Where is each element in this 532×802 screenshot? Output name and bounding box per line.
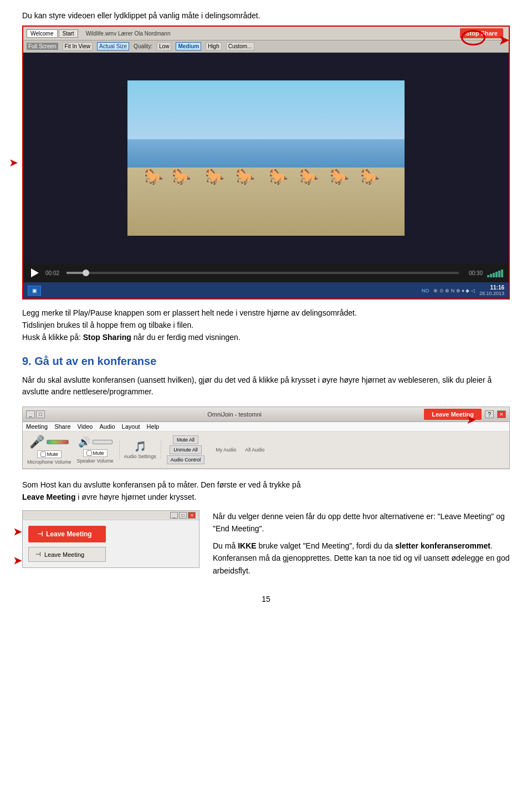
win-maximize-btn[interactable]: □	[36, 410, 45, 418]
quality-custom-btn[interactable]: Custom...	[226, 42, 254, 50]
play-arrow-annotation: ➤	[9, 156, 18, 169]
leave-meeting-btn-label: Leave Meeting	[46, 530, 92, 538]
omnijoin-menubar: Meeting Share Video Audio Layout Help	[23, 422, 509, 432]
mute-speaker-checkbox[interactable]	[86, 450, 92, 456]
unmute-all-btn[interactable]: Unmute All	[170, 445, 202, 454]
status-icon: ▣	[32, 288, 37, 293]
leave-win-minimize[interactable]: _	[170, 512, 178, 519]
video-tabs: Welcome Start	[27, 29, 78, 38]
speaker-icon-row: 🔊	[78, 436, 112, 448]
horse2: 🐎	[172, 167, 191, 186]
horse3: 🐎	[205, 167, 224, 186]
fit-in-view-btn[interactable]: Fit In View	[63, 42, 93, 50]
volume-bar	[487, 268, 503, 277]
speaker-icon: 🔊	[78, 436, 90, 448]
play-pause-button[interactable]	[29, 267, 41, 279]
mute-mic-label: Mute	[47, 451, 58, 457]
menu-layout[interactable]: Layout	[122, 423, 140, 430]
leave-description: Når du velger denne veien får du opp det…	[213, 510, 510, 581]
status-flag: NO	[422, 288, 429, 293]
leave-desc-line2: Du må IKKE bruke valget "End Meeting", f…	[213, 540, 510, 577]
quality-low-btn[interactable]: Low	[157, 42, 171, 50]
vol-bar-1	[487, 275, 489, 277]
leave-titlebar: _ □ ✕	[23, 511, 199, 520]
desc2-suffix: i øvre høyre hjørnet under krysset.	[75, 493, 196, 501]
leave-screenshot-container: ➤ ➤ _ □ ✕ ⊣ Leave Meeting ⊣ Leave Meetin…	[22, 510, 200, 577]
mute-speaker-btn[interactable]: Mute	[83, 449, 108, 457]
audio-settings-icon: 🎵	[134, 440, 146, 453]
stop-sharing-prefix: Husk å klikke på:	[22, 333, 83, 342]
horse1: 🐎	[144, 167, 163, 186]
my-audio-label: My Audio	[216, 447, 236, 453]
mic-level-bar	[47, 440, 69, 444]
leave-meeting-arrow: ➤	[466, 413, 476, 427]
fullscreen-btn[interactable]: Full Screen	[27, 43, 58, 50]
leave-win-maximize[interactable]: □	[179, 512, 187, 519]
win-help-btn[interactable]: ?	[485, 410, 494, 418]
progress-thumb[interactable]	[83, 270, 89, 276]
actual-size-btn[interactable]: Actual Size	[97, 42, 129, 50]
horse6: 🐎	[299, 167, 319, 186]
mute-mic-btn[interactable]: Mute	[37, 450, 62, 458]
status-icon-box: ▣	[28, 286, 41, 296]
horse8: 🐎	[360, 167, 380, 186]
end-time-display: 00:30	[463, 270, 483, 276]
status-icons-row: ⊕ ⊙ ⊕ N ⊕ ♦ ◆ ◁	[433, 288, 475, 293]
leave-win-close[interactable]: ✕	[188, 512, 196, 519]
desc2-line1: Som Host kan du avslutte konferansen på …	[22, 480, 510, 489]
omnijoin-header-right: Leave Meeting ? ✕	[424, 409, 506, 420]
leave-meeting-text-button[interactable]: ⊣ Leave Meeting	[28, 547, 106, 562]
status-clock: 11:16 28.10.2013	[479, 285, 504, 296]
video-toolbar-row2: Full Screen Fit In View Actual Size Qual…	[23, 40, 509, 53]
current-time-display: 00:02	[45, 270, 62, 276]
win-minimize-btn[interactable]: _	[26, 410, 35, 418]
video-status-bar: ▣ NO ⊕ ⊙ ⊕ N ⊕ ♦ ◆ ◁ 11:16 28.10.2013	[23, 282, 509, 298]
video-scene-horses: 🐎 🐎 🐎 🐎 🐎 🐎 🐎 🐎	[127, 80, 405, 236]
menu-meeting[interactable]: Meeting	[26, 423, 48, 430]
all-audio-label: All Audio	[245, 447, 264, 453]
tab-welcome[interactable]: Welcome	[27, 29, 58, 38]
stop-share-annotation-circle	[461, 30, 485, 45]
mute-all-btn[interactable]: Mute All	[173, 435, 198, 444]
desc2-prefix: Som Host kan du avslutte konferansen på …	[22, 480, 301, 489]
microphone-group: 🎤 Mute Microphone Volume	[27, 435, 71, 465]
menu-video[interactable]: Video	[78, 423, 93, 430]
sky	[127, 80, 405, 143]
mute-all-group: Mute All Unmute All Audio Control	[167, 435, 205, 464]
omnijoin-titlebar: _ □ OmniJoin - testomni Leave Meeting ? …	[23, 407, 509, 422]
leave-desc-line1: Når du velger denne veien får du opp det…	[213, 510, 510, 535]
leave-desc-not-prefix: Du må	[213, 541, 238, 550]
menu-share[interactable]: Share	[54, 423, 70, 430]
intro-text: Du kan styre videoen eller lydklippet på…	[22, 11, 510, 20]
tab-start[interactable]: Start	[59, 29, 78, 38]
leave-meeting-big-button[interactable]: ⊣ Leave Meeting	[28, 526, 106, 542]
menu-audio[interactable]: Audio	[99, 423, 115, 430]
mute-speaker-label: Mute	[93, 450, 104, 456]
stop-share-arrow-right: ➤	[499, 33, 509, 48]
audio-control-btn[interactable]: Audio Control	[167, 455, 205, 464]
desc2-bold: Leave Meeting	[22, 493, 75, 501]
leave-meeting-text-label: Leave Meeting	[44, 551, 84, 558]
omnijoin-screenshot: _ □ OmniJoin - testomni Leave Meeting ? …	[22, 407, 510, 469]
ocean	[127, 139, 405, 170]
quality-medium-btn[interactable]: Medium	[176, 42, 201, 50]
leave-arrow-bottom: ➤	[13, 555, 22, 567]
video-controls: ➤ 00:02 00:30	[23, 263, 509, 282]
leave-meeting-icon: ⊣	[37, 530, 43, 538]
leave-screenshot: _ □ ✕ ⊣ Leave Meeting ⊣ Leave Meeting	[22, 510, 200, 568]
vol-bar-3	[493, 273, 495, 277]
speaker-volume-label: Speaker Volume	[77, 458, 114, 464]
video-screen: 🐎 🐎 🐎 🐎 🐎 🐎 🐎 🐎	[23, 53, 509, 263]
quality-high-btn[interactable]: High	[206, 42, 222, 50]
win-close-btn[interactable]: ✕	[497, 410, 506, 418]
menu-help[interactable]: Help	[147, 423, 160, 430]
horse5: 🐎	[269, 167, 288, 186]
my-all-audio-labels: My Audio All Audio	[216, 447, 264, 453]
win-controls-left: _ □	[26, 410, 45, 418]
video-title: Wildlife.wmv Lærer Ola Nordmann	[86, 31, 457, 37]
progress-bar[interactable]	[66, 272, 459, 274]
omnijoin-title: OmniJoin - testomni	[45, 411, 424, 418]
mute-checkbox[interactable]	[40, 451, 46, 457]
microphone-icon: 🎤	[29, 435, 44, 449]
audio-settings-group: 🎵 Audio Settings	[119, 440, 161, 459]
